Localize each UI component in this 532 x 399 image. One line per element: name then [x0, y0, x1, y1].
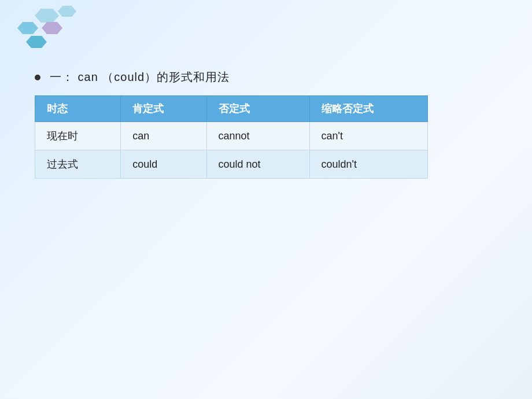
bullet-text: 一： can （could）的形式和用法 — [50, 69, 230, 85]
table-cell-r1-c3: couldn't — [309, 150, 427, 179]
hex-shape-2 — [17, 22, 38, 34]
hex-decoration — [12, 6, 87, 58]
table-cell-r1-c2: could not — [206, 150, 309, 179]
hex-shape-4 — [26, 36, 47, 48]
main-content: 一： can （could）的形式和用法 时态 肯定式 否定式 缩略否定式 现在… — [35, 69, 497, 179]
table-cell-r0-c0: 现在时 — [35, 122, 121, 150]
table-header-row: 时态 肯定式 否定式 缩略否定式 — [35, 96, 428, 122]
table-cell-r1-c1: could — [121, 150, 206, 179]
table-cell-r0-c1: can — [121, 122, 206, 150]
table-cell-r0-c2: cannot — [206, 122, 309, 150]
hex-shape-3 — [42, 22, 62, 34]
table-row: 过去式couldcould notcouldn't — [35, 150, 428, 179]
table-cell-r0-c3: can't — [309, 122, 427, 150]
col-header-tense: 时态 — [35, 96, 121, 122]
col-header-affirmative: 肯定式 — [121, 96, 206, 122]
hex-shape-1 — [35, 9, 59, 23]
grammar-table: 时态 肯定式 否定式 缩略否定式 现在时cancannotcan't过去式cou… — [35, 95, 428, 179]
bullet-line: 一： can （could）的形式和用法 — [35, 69, 497, 85]
table-row: 现在时cancannotcan't — [35, 122, 428, 150]
hex-shape-5 — [58, 6, 76, 17]
table-cell-r1-c0: 过去式 — [35, 150, 121, 179]
bullet-dot-icon — [35, 75, 40, 80]
col-header-negative: 否定式 — [206, 96, 309, 122]
col-header-contraction: 缩略否定式 — [309, 96, 427, 122]
